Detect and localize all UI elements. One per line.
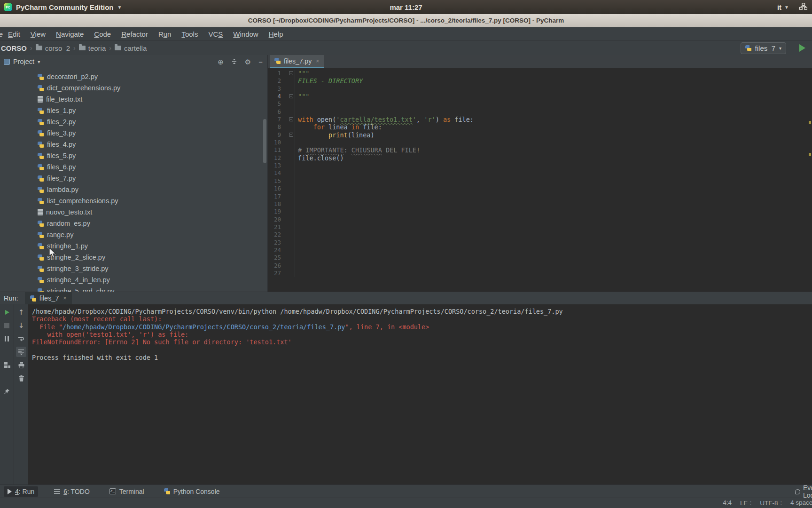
project-file-files_3.py[interactable]: files_3.py — [0, 127, 267, 139]
project-file-stringhe_1.py[interactable]: stringhe_1.py — [0, 240, 267, 252]
keyboard-layout-indicator[interactable]: it ▼ — [777, 3, 789, 11]
tool-window-button-python-console[interactable]: Python Console — [160, 486, 224, 497]
fold-marker-icon[interactable] — [289, 71, 293, 75]
project-file-dict_comprehensions.py[interactable]: dict_comprehensions.py — [0, 82, 267, 94]
breadcrumb-item-teoria[interactable]: teoria — [79, 44, 106, 52]
line-number[interactable]: 21 — [268, 223, 281, 231]
project-file-stringhe_3_stride.py[interactable]: stringhe_3_stride.py — [0, 263, 267, 274]
menu-item-refactor[interactable]: Refactor — [116, 30, 153, 38]
project-file-files_1.py[interactable]: files_1.py — [0, 105, 267, 116]
menu-item-code[interactable]: Code — [89, 30, 116, 38]
line-number[interactable]: 25 — [268, 254, 281, 262]
menu-item-help[interactable]: Help — [264, 30, 289, 38]
os-app-menu[interactable]: PC PyCharm Community Edition ▼ — [0, 3, 122, 11]
line-number[interactable]: 26 — [268, 262, 281, 270]
project-file-decoratori_p2.py[interactable]: decoratori_p2.py — [0, 71, 267, 82]
menu-item-view[interactable]: View — [25, 30, 51, 38]
project-file-random_es.py[interactable]: random_es.py — [0, 218, 267, 229]
hide-panel-icon[interactable]: − — [258, 58, 263, 65]
menu-item-vcs[interactable]: VCS — [203, 30, 228, 38]
fold-marker-icon[interactable] — [289, 133, 293, 137]
breadcrumb-item-cartella[interactable]: cartella — [115, 44, 147, 52]
down-stacktrace-icon[interactable]: ↓ — [16, 320, 26, 331]
line-number[interactable]: 15 — [268, 177, 281, 185]
caret-position[interactable]: 4:4 — [723, 499, 732, 507]
line-number[interactable]: 11 — [268, 146, 281, 154]
line-number[interactable]: 13 — [268, 162, 281, 169]
project-file-nuovo_testo.txt[interactable]: nuovo_testo.txt — [0, 206, 267, 218]
line-number[interactable]: 19 — [268, 208, 281, 215]
project-file-list_comprehensions.py[interactable]: list_comprehensions.py — [0, 195, 267, 206]
project-file-stringhe_4_in_len.py[interactable]: stringhe_4_in_len.py — [0, 274, 267, 286]
line-number[interactable]: 9 — [268, 131, 281, 139]
run-button[interactable] — [799, 44, 805, 52]
project-file-stringhe_5_ord_chr.py[interactable]: stringhe_5_ord_chr.py — [0, 286, 267, 292]
line-number[interactable]: 24 — [268, 246, 281, 254]
project-file-stringhe_2_slice.py[interactable]: stringhe_2_slice.py — [0, 252, 267, 263]
breadcrumb-item-corso_2[interactable]: corso_2 — [36, 44, 70, 52]
settings-gear-icon[interactable]: ⚙ — [245, 58, 251, 65]
line-number[interactable]: 1 — [268, 70, 281, 77]
menu-item-tools[interactable]: Tools — [176, 30, 203, 38]
line-number[interactable]: 3 — [268, 85, 281, 93]
line-number[interactable]: 22 — [268, 231, 281, 238]
pin-icon[interactable] — [2, 386, 12, 397]
menu-item-navigate[interactable]: Navigate — [51, 30, 89, 38]
line-number[interactable]: 6 — [268, 108, 281, 116]
window-title-bar[interactable]: CORSO [~/Dropbox/CODING/PycharmProjects/… — [0, 14, 812, 27]
code-editor-area[interactable]: 1"""2FILES - DIRECTORY34"""567with open(… — [268, 68, 812, 292]
breadcrumb-root[interactable]: CORSO — [1, 44, 27, 52]
line-number[interactable]: 7 — [268, 116, 281, 123]
line-number[interactable]: 8 — [268, 123, 281, 131]
error-stripe-mark[interactable] — [809, 121, 811, 124]
indent-widget[interactable]: 4 spaces — [790, 499, 812, 507]
up-stacktrace-icon[interactable]: ↑ — [16, 307, 26, 318]
line-number[interactable]: 23 — [268, 239, 281, 246]
menu-item-run[interactable]: Run — [153, 30, 177, 38]
line-number[interactable]: 27 — [268, 270, 281, 277]
soft-wrap-icon[interactable] — [16, 333, 26, 344]
project-file-lambda.py[interactable]: lambda.py — [0, 184, 267, 195]
project-file-files_5.py[interactable]: files_5.py — [0, 150, 267, 161]
line-number[interactable]: 20 — [268, 216, 281, 223]
project-scrollbar[interactable] — [263, 119, 266, 163]
scroll-to-end-icon[interactable] — [16, 347, 26, 357]
close-icon[interactable]: × — [315, 58, 319, 64]
network-icon[interactable] — [799, 3, 807, 11]
error-stripe-mark[interactable] — [809, 153, 811, 156]
line-number[interactable]: 4 — [268, 93, 281, 100]
stacktrace-link[interactable]: /home/hpadw/Dropbox/CODING/PycharmProjec… — [62, 323, 345, 331]
clear-console-trash-icon[interactable] — [16, 373, 26, 383]
tool-window-button-todo[interactable]: 6: TODO — [50, 486, 94, 497]
menu-item-window[interactable]: Window — [228, 30, 263, 38]
project-file-files_7.py[interactable]: files_7.py — [0, 173, 267, 184]
line-number[interactable]: 10 — [268, 139, 281, 146]
print-icon[interactable] — [16, 360, 26, 370]
collapse-all-icon[interactable] — [231, 58, 237, 65]
pause-icon[interactable] — [2, 333, 12, 344]
tool-window-button-run[interactable]: 4: Run — [4, 486, 38, 497]
editor-tab-files7[interactable]: files_7.py × — [270, 55, 324, 68]
project-file-file_testo.txt[interactable]: file_testo.txt — [0, 94, 267, 105]
menu-item-edit[interactable]: Edit — [3, 30, 25, 38]
tool-window-button-terminal[interactable]: >_Terminal — [106, 486, 148, 497]
line-number[interactable]: 18 — [268, 200, 281, 208]
os-clock[interactable]: mar 11:27 — [390, 3, 422, 11]
project-file-range.py[interactable]: range.py — [0, 229, 267, 240]
fold-marker-icon[interactable] — [289, 117, 293, 121]
line-separator-widget[interactable]: LF∶ — [740, 499, 751, 507]
line-number[interactable]: 12 — [268, 154, 281, 162]
project-file-files_2.py[interactable]: files_2.py — [0, 116, 267, 127]
close-icon[interactable]: × — [62, 295, 67, 302]
run-console-output[interactable]: /home/hpadw/Dropbox/CODING/PycharmProjec… — [28, 304, 812, 485]
stop-icon[interactable] — [2, 320, 12, 331]
project-panel-header[interactable]: Project ▾ ⊕ ⚙ − — [0, 55, 267, 68]
run-configuration-selector[interactable]: files_7 ▾ — [741, 42, 786, 54]
line-number[interactable]: 2 — [268, 77, 281, 85]
project-file-files_6.py[interactable]: files_6.py — [0, 161, 267, 173]
line-number[interactable]: 14 — [268, 169, 281, 177]
line-number[interactable]: 17 — [268, 193, 281, 200]
restore-layout-icon[interactable] — [2, 360, 12, 370]
line-number[interactable]: 5 — [268, 100, 281, 108]
rerun-icon[interactable] — [2, 307, 12, 318]
